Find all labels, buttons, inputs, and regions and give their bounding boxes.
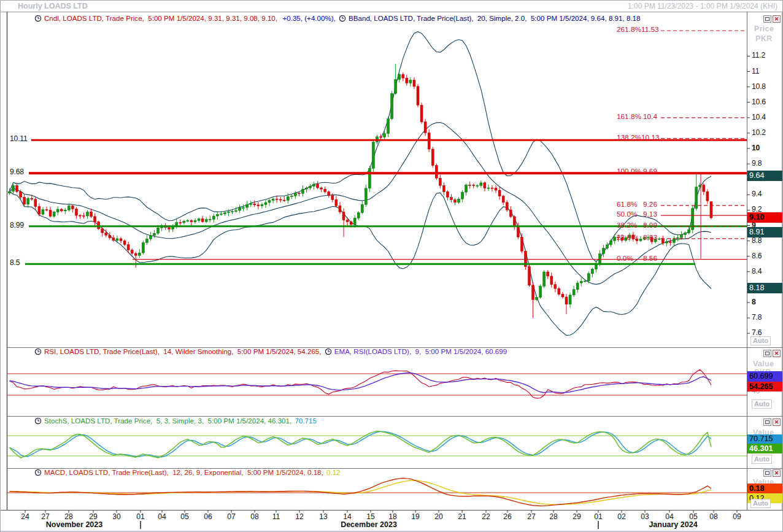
macd-close-icon[interactable]: ✕ (773, 469, 781, 477)
price-axis-badge: 9.10 (747, 212, 782, 223)
price-tick-label: 8.6 (752, 252, 762, 260)
indicator-clock-icon (34, 469, 42, 476)
price-level-label: 8.5 (10, 259, 20, 267)
xaxis-date-label: 12 (295, 513, 304, 521)
xaxis-date-label: 30 (112, 513, 121, 521)
fib-level-label: 38.2%8.99 (617, 222, 657, 229)
fib-level-label: 61.8%9.26 (617, 201, 657, 209)
xaxis-date-label: 01 (594, 513, 603, 521)
xaxis-date-label: 26 (503, 513, 512, 521)
fib-value: 9.13 (643, 210, 657, 218)
rsi-axis-badge: 60.699 (747, 371, 782, 382)
price-axis-badge: 9.64 (747, 171, 782, 181)
main-auto-button[interactable]: Auto (750, 336, 771, 345)
restore-inner-box (765, 471, 770, 475)
indicator-clock-icon (34, 15, 42, 22)
xaxis-date-label: 08 (709, 513, 718, 521)
xaxis-date-label: 19 (411, 513, 420, 521)
fib-level-label: 161.8%10.4 (617, 113, 657, 121)
stoch-close-icon[interactable]: ✕ (773, 418, 781, 426)
rsi-legend[interactable]: RSI, LOADS LTD, Trade Price(Last), 14, W… (34, 348, 507, 356)
price-axis-badge: 8.18 (747, 283, 782, 293)
xaxis-month-label: January 2024 (649, 521, 697, 530)
rsi-close-icon[interactable]: ✕ (773, 350, 781, 357)
legend-text: RSI, LOADS LTD, Trade Price(Last), 14, W… (44, 348, 323, 356)
price-tick-label: 10.4 (752, 114, 766, 121)
fib-pct: 23.6% (617, 234, 637, 242)
fib-value: 8.99 (643, 222, 657, 229)
main-close-icon[interactable]: ✕ (773, 15, 781, 23)
price-level-label: 9.68 (10, 168, 24, 176)
xaxis-date-label: 13 (319, 513, 328, 521)
price-tick-label: 11 (752, 67, 759, 75)
price-tick-label: 8.4 (752, 268, 762, 276)
indicator-clock-icon (325, 348, 332, 355)
fib-pct: 0.0% (617, 255, 633, 263)
restore-inner-box (765, 352, 770, 355)
price-axis-badge: 8.91 (747, 227, 782, 237)
restore-inner-box (765, 420, 770, 424)
rsi-auto-button[interactable]: Auto (752, 399, 772, 409)
fib-value: 8.56 (643, 255, 657, 263)
fib-value: 10.13 (641, 134, 660, 142)
fib-level-label: 138.2%10.13 (617, 134, 657, 142)
main-legend[interactable]: Cndl, LOADS LTD, Trade Price, 5:00 PM 1/… (34, 15, 640, 23)
price-tick-label: 7.8 (752, 314, 762, 322)
fib-value: 11.53 (641, 26, 659, 34)
legend-text: StochS, LOADS LTD, Trade Price, 5, 3, Si… (44, 417, 293, 425)
fib-pct: 38.2% (617, 222, 637, 229)
indicator-clock-icon (34, 417, 42, 425)
price-tick-label: 9.8 (752, 160, 762, 168)
rsi-axis-title: Value (753, 360, 774, 369)
xaxis-date-label: 28 (549, 513, 558, 521)
date-range-label: 1:00 PM 11/23/2023 - 1:00 PM 1/9/2024 (K… (628, 2, 777, 10)
macd-restore-icon[interactable] (763, 469, 771, 477)
chart-plot-canvas[interactable] (1, 1, 783, 532)
stoch-auto-button[interactable]: Auto (752, 455, 772, 464)
xaxis-date-label: 09 (733, 513, 741, 521)
xaxis-date-label: 07 (227, 513, 236, 521)
stoch-axis-badge: 46.301 (747, 444, 782, 453)
legend-text: Cndl, LOADS LTD, Trade Price, 5:00 PM 1/… (44, 15, 281, 23)
price-tick-label: 10.2 (752, 129, 766, 137)
macd-axis-badge: 0.18 (747, 484, 782, 493)
xaxis-date-label: 29 (573, 513, 581, 521)
legend-text: BBand, LOADS LTD, Trade Price(Last), 20,… (349, 15, 640, 23)
fib-level-label: 261.8%11.53 (617, 26, 657, 34)
xaxis-date-label: 08 (250, 513, 259, 521)
stoch-axis-badge: 70.715 (747, 434, 782, 444)
xaxis-month-label: December 2023 (341, 521, 397, 530)
legend-text: 70.715 (295, 417, 316, 425)
fib-value: 9.26 (643, 201, 657, 209)
restore-inner-box (765, 17, 770, 21)
fib-level-label: 0.0%8.56 (617, 255, 657, 263)
stoch-restore-icon[interactable] (763, 418, 771, 426)
price-level-label: 8.99 (10, 222, 24, 229)
price-tick-label: 10.6 (752, 98, 766, 106)
fib-pct: 50.0% (617, 210, 637, 218)
xaxis-date-label: 22 (482, 513, 490, 521)
fib-value: 9.69 (643, 168, 657, 175)
fib-pct: 100.0% (617, 168, 641, 175)
window-title: Hourly LOADS LTD (18, 2, 88, 11)
stoch-legend[interactable]: StochS, LOADS LTD, Trade Price, 5, 3, Si… (34, 417, 317, 425)
main-restore-icon[interactable] (763, 15, 771, 23)
price-tick-label: 11.2 (752, 52, 765, 60)
rsi-restore-icon[interactable] (763, 350, 771, 357)
macd-auto-button[interactable]: Auto (750, 499, 771, 508)
price-tick-label: 10 (752, 144, 760, 152)
xaxis-month-label: November 2023 (46, 521, 102, 530)
xaxis-date-label: 02 (617, 513, 626, 521)
xaxis-date-label: 24 (21, 513, 29, 521)
fib-level-label: 100.0%9.69 (617, 168, 657, 175)
price-axis-title: Price (754, 25, 774, 34)
macd-legend[interactable]: MACD, LOADS LTD, Trade Price(Last), 12, … (34, 469, 341, 477)
price-tick-label: 9.4 (752, 190, 762, 198)
legend-text: 0.12 (326, 469, 341, 477)
indicator-clock-icon (34, 348, 42, 355)
xaxis-date-label: 03 (641, 513, 649, 521)
price-tick-label: 10.8 (752, 83, 766, 91)
legend-text: +0.35, (+4.00%), (282, 15, 338, 23)
fib-pct: 261.8% (617, 26, 641, 34)
fib-level-label: 50.0%9.13 (617, 210, 657, 218)
